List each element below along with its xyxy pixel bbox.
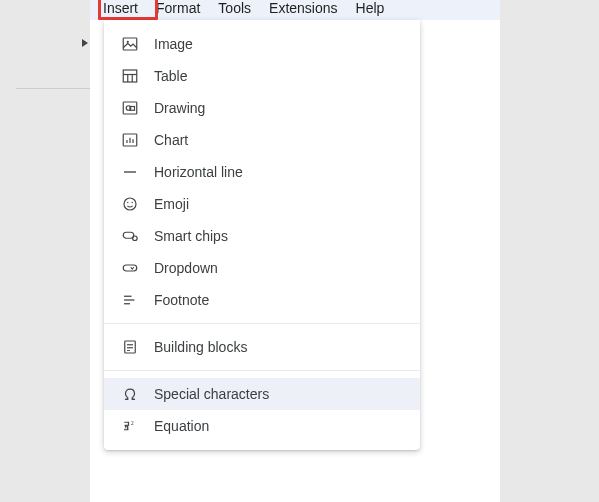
- menu-item-label: Table: [154, 68, 408, 84]
- dropdown-chip-icon: [120, 258, 140, 278]
- svg-rect-19: [123, 265, 137, 271]
- ruler-mark: [16, 88, 90, 89]
- svg-point-15: [127, 202, 128, 203]
- menu-extensions[interactable]: Extensions: [260, 0, 346, 18]
- svg-point-14: [124, 198, 136, 210]
- menu-item-label: Equation: [154, 418, 408, 434]
- svg-point-16: [132, 202, 133, 203]
- menu-item-footnote[interactable]: Footnote: [104, 284, 420, 316]
- menu-item-label: Chart: [154, 132, 408, 148]
- image-icon: [120, 34, 140, 54]
- insert-menu-dropdown: Image Table Drawing: [104, 20, 420, 450]
- menu-item-label: Horizontal line: [154, 164, 408, 180]
- svg-text:2: 2: [131, 420, 134, 426]
- menubar: Insert Format Tools Extensions Help: [90, 0, 500, 20]
- app-window: Insert Format Tools Extensions Help Imag…: [90, 0, 500, 502]
- menu-item-emoji[interactable]: Emoji: [104, 188, 420, 220]
- menu-item-label: Footnote: [154, 292, 408, 308]
- table-icon: [120, 66, 140, 86]
- menu-item-image[interactable]: Image: [104, 28, 420, 60]
- outline-caret-icon: [82, 39, 88, 47]
- svg-rect-23: [125, 341, 136, 353]
- menu-separator: [104, 323, 420, 324]
- menu-item-special-characters[interactable]: Special characters: [104, 378, 420, 410]
- drawing-icon: [120, 98, 140, 118]
- smart-chips-icon: [120, 226, 140, 246]
- menu-insert[interactable]: Insert: [94, 0, 147, 18]
- menu-item-label: Dropdown: [154, 260, 408, 276]
- menu-item-label: Smart chips: [154, 228, 408, 244]
- menu-item-label: Special characters: [154, 386, 408, 402]
- menu-item-building-blocks[interactable]: Building blocks: [104, 331, 420, 363]
- building-blocks-icon: [120, 337, 140, 357]
- footnote-icon: [120, 290, 140, 310]
- svg-rect-2: [123, 70, 137, 82]
- menu-format[interactable]: Format: [147, 0, 209, 18]
- menu-item-smart-chips[interactable]: Smart chips: [104, 220, 420, 252]
- menu-item-dropdown[interactable]: Dropdown: [104, 252, 420, 284]
- horizontal-line-icon: [120, 162, 140, 182]
- emoji-icon: [120, 194, 140, 214]
- menu-item-horizontal-line[interactable]: Horizontal line: [104, 156, 420, 188]
- svg-text:π: π: [124, 421, 130, 432]
- svg-rect-0: [123, 38, 137, 50]
- menu-separator: [104, 370, 420, 371]
- menu-item-drawing[interactable]: Drawing: [104, 92, 420, 124]
- menu-item-chart[interactable]: Chart: [104, 124, 420, 156]
- menu-item-label: Building blocks: [154, 339, 408, 355]
- equation-icon: π 2: [120, 416, 140, 436]
- menu-tools[interactable]: Tools: [209, 0, 260, 18]
- svg-point-18: [133, 236, 138, 241]
- menu-help[interactable]: Help: [347, 0, 394, 18]
- omega-icon: [120, 384, 140, 404]
- svg-rect-26: [127, 350, 130, 351]
- chart-icon: [120, 130, 140, 150]
- menu-item-label: Emoji: [154, 196, 408, 212]
- svg-point-1: [127, 41, 129, 43]
- menu-item-equation[interactable]: π 2 Equation: [104, 410, 420, 442]
- menu-item-label: Image: [154, 36, 408, 52]
- menu-item-label: Drawing: [154, 100, 408, 116]
- menu-item-table[interactable]: Table: [104, 60, 420, 92]
